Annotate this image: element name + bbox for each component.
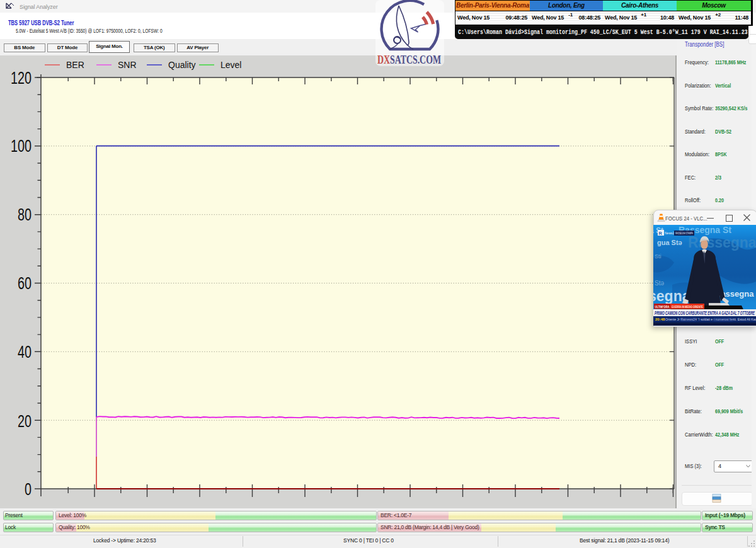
svg-text:DXSATCS.COM: DXSATCS.COM (377, 53, 441, 66)
svg-text:PRIMO CAMION CON CARBURANTE EN: PRIMO CAMION CON CARBURANTE ENTRA A GAZA… (655, 310, 755, 316)
svg-text:SNR: SNR (118, 60, 137, 70)
svg-text:Stə: Stə (655, 280, 664, 287)
svg-text:Level: Level (220, 60, 241, 70)
svg-text:100: 100 (11, 137, 32, 156)
svg-text:60: 60 (18, 274, 32, 293)
svg-text:Rassegna S: Rassegna S (688, 234, 756, 251)
svg-text:Quality: Quality (168, 60, 196, 70)
svg-text:0: 0 (25, 480, 32, 499)
svg-text:RASSEGNA STAMPA: RASSEGNA STAMPA (675, 232, 693, 235)
svg-text:80: 80 (18, 205, 32, 224)
svg-text:120: 120 (11, 69, 32, 88)
svg-text:Oriente Jr Rainews24 “I soldat: Oriente Jr Rainews24 “I soldati e i nume… (665, 317, 756, 321)
svg-text:20: 20 (18, 412, 32, 431)
svg-text:GUERRA IN MEDIO ORIENTE: GUERRA IN MEDIO ORIENTE (672, 305, 703, 309)
svg-text:Sti: Sti (655, 253, 662, 260)
svg-text:40: 40 (18, 343, 32, 362)
svg-text:ULTIM’ORA: ULTIM’ORA (655, 305, 670, 309)
svg-text:gua Stə: gua Stə (657, 239, 682, 246)
svg-text:R: R (659, 231, 663, 236)
svg-text:20:48: 20:48 (655, 317, 665, 321)
svg-text:BER: BER (66, 60, 84, 70)
